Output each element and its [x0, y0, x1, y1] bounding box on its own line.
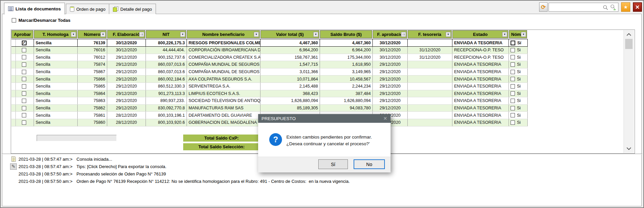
aprobar-checkbox[interactable]: [22, 77, 26, 81]
cell-nit: 44,444,404.: [146, 47, 187, 54]
nomina-checkbox[interactable]: [511, 62, 515, 67]
cell-nomina: Si: [509, 119, 528, 126]
scroll-down-icon[interactable]: [624, 145, 634, 152]
cell-f-tesoreria: [408, 61, 452, 68]
column-header-inner: Estado▼: [452, 30, 508, 38]
scrollbar-thumb[interactable]: [625, 39, 633, 49]
aprobar-checkbox[interactable]: [22, 62, 26, 67]
console-line-spacer: [10, 171, 17, 177]
cell-nit: 860,512,330.3: [146, 83, 187, 90]
column-header-aprobar[interactable]: Aprobar: [11, 30, 34, 39]
aprobar-checkbox[interactable]: [22, 113, 26, 117]
filter-dropdown-icon[interactable]: ▼: [502, 32, 507, 37]
cell-f-elaboracion: 29/12/2020: [107, 75, 146, 83]
cell-numero: 75861: [78, 112, 107, 119]
table-row[interactable]: ✓Sencilla7613930/12/2020800,226,175.3RIE…: [11, 39, 528, 47]
no-button[interactable]: No: [354, 159, 385, 169]
table-row[interactable]: Sencilla7587429/12/2020860,037,013.6COMP…: [11, 61, 528, 68]
column-header-f-aprobacion[interactable]: F. aprobació↓1: [373, 30, 408, 39]
column-header-f-tesoreria[interactable]: F. tesorería▼: [408, 30, 452, 39]
column-header-saldo-bruto[interactable]: Saldo Bruto ($): [320, 30, 373, 39]
column-header-inner: Número▼: [78, 30, 107, 38]
cell-t-homologa: Sencilla: [34, 119, 78, 126]
cell-f-aprobacion: 29/12/2020: [373, 90, 408, 97]
close-button[interactable]: ✕: [633, 2, 642, 12]
aprobar-checkbox[interactable]: ✓: [22, 41, 27, 45]
nomina-checkbox[interactable]: [511, 120, 515, 125]
scroll-up-icon[interactable]: [624, 31, 634, 38]
filter-dropdown-icon[interactable]: ▼: [313, 32, 318, 37]
tab-detalle-del-pago[interactable]: Detalle del pago: [109, 4, 156, 14]
nomina-checkbox[interactable]: [511, 70, 515, 74]
column-header-estado[interactable]: Estado▼: [452, 30, 509, 39]
column-header-inner: Nómin▼: [509, 30, 527, 38]
marcar-desmarcar-checkbox[interactable]: [12, 18, 16, 22]
table-row[interactable]: Sencilla7586429/12/2020901,273,113.3LIMP…: [11, 90, 528, 98]
cell-nit: 900,152,737.6: [146, 54, 187, 61]
nomina-checkbox[interactable]: [511, 77, 515, 81]
dialog-title-bar[interactable]: PRESUPUESTO ✕: [258, 114, 391, 123]
list-icon: [8, 6, 13, 11]
cell-nombre: CORPORACIÓN IBROAMERICANA D: [187, 47, 260, 54]
console-timestamp: 2021-03-28 | 08:57:50 am:>: [18, 179, 73, 184]
aprobar-checkbox[interactable]: [22, 106, 26, 110]
column-header-nit[interactable]: NIT▼: [146, 30, 187, 39]
nomina-checkbox[interactable]: [511, 84, 515, 89]
filter-dropdown-icon[interactable]: ▼: [446, 32, 451, 37]
filter-dropdown-icon[interactable]: ▼: [180, 32, 185, 37]
filter-dropdown-icon[interactable]: ▼: [521, 32, 526, 37]
search-icon[interactable]: [603, 5, 608, 10]
close-icon[interactable]: ✕: [383, 116, 387, 121]
cell-aprobar: [11, 97, 34, 104]
column-header-f-elaboracion[interactable]: F. Elaboració↓1: [107, 30, 146, 39]
column-header-nomina[interactable]: Nómin▼: [509, 30, 528, 39]
nomina-checkbox[interactable]: [511, 99, 515, 103]
favorite-button[interactable]: ★: [621, 2, 630, 12]
table-row[interactable]: Sencilla7586629/12/2020860,002,184.6AXA …: [11, 75, 528, 83]
cell-valor-total: 10,071,864: [260, 75, 320, 83]
cell-valor-total: 6,964,200: [260, 47, 320, 54]
nomina-checkbox[interactable]: [511, 55, 515, 59]
sort-order-icon[interactable]: ↓1: [401, 32, 406, 37]
sort-order-icon[interactable]: ↓1: [139, 32, 144, 37]
cell-aprobar: [11, 68, 34, 75]
table-row[interactable]: Sencilla7586729/12/2020860,037,013.6COMP…: [11, 68, 528, 76]
nomina-checkbox[interactable]: [511, 113, 515, 117]
table-row[interactable]: Sencilla7601630/12/202044,444,404.CORPOR…: [11, 47, 528, 54]
search-next-icon[interactable]: [610, 4, 616, 10]
cell-nombre: AXA COLPATRIA SEGUROS S.A.: [187, 75, 260, 83]
filter-dropdown-icon[interactable]: ▼: [71, 32, 76, 37]
table-row[interactable]: Sencilla7586329/12/2020890,937,233.SOCIE…: [11, 97, 528, 105]
table-row[interactable]: Sencilla7586229/12/2020830,092,770.8MANU…: [11, 105, 528, 112]
cell-nombre: COMPAÑIA MUNDIAL DE SEGUROS: [187, 61, 260, 68]
cell-valor-total: 368,423: [260, 90, 320, 97]
nomina-checkbox[interactable]: [511, 41, 515, 45]
aprobar-checkbox[interactable]: [22, 70, 26, 74]
column-header-t-homologa[interactable]: T. Homologa▼: [34, 30, 78, 39]
aprobar-checkbox[interactable]: [22, 48, 26, 52]
tab-orden-de-pago[interactable]: Orden de pago: [66, 4, 110, 14]
cell-saldo-bruto: 4,467,360: [320, 39, 373, 46]
aprobar-checkbox[interactable]: [22, 120, 26, 125]
cell-f-tesoreria: [408, 112, 452, 119]
tab-lista-de-documentos[interactable]: Lista de documentos: [4, 3, 65, 14]
table-row[interactable]: Sencilla7586529/12/2020860,512,330.3SERV…: [11, 83, 528, 90]
cell-t-homologa: Sencilla: [34, 83, 78, 90]
column-header-valor-total[interactable]: Valor total ($)▼: [260, 30, 320, 39]
refresh-button[interactable]: ⟳: [539, 2, 548, 12]
nomina-checkbox[interactable]: [511, 106, 515, 110]
aprobar-checkbox[interactable]: [22, 91, 26, 96]
filter-dropdown-icon[interactable]: ▼: [254, 32, 259, 37]
column-header-nombre[interactable]: Nombre beneficiario▼: [187, 30, 260, 39]
filter-dropdown-icon[interactable]: ▼: [100, 32, 106, 37]
nomina-checkbox[interactable]: [511, 91, 515, 96]
aprobar-checkbox[interactable]: [22, 84, 26, 89]
table-row[interactable]: Sencilla7601229/12/2020900,152,737.6COME…: [11, 54, 528, 61]
nomina-checkbox[interactable]: [511, 48, 515, 52]
column-header-numero[interactable]: Número▼: [78, 30, 107, 39]
yes-button[interactable]: Sí: [318, 159, 348, 169]
aprobar-checkbox[interactable]: [22, 99, 26, 103]
vertical-scrollbar[interactable]: [623, 30, 634, 153]
aprobar-checkbox[interactable]: [22, 55, 26, 59]
search-input[interactable]: [550, 3, 602, 12]
